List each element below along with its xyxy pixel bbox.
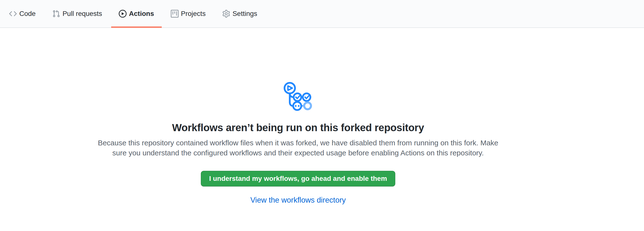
tab-label: Settings — [232, 10, 257, 17]
code-icon — [9, 10, 17, 18]
play-icon — [119, 10, 126, 18]
tab-actions[interactable]: Actions — [111, 0, 162, 28]
repo-tab-nav: Code Pull requests Actions Projects Sett… — [0, 0, 644, 28]
tab-label: Pull requests — [62, 10, 102, 17]
tab-label: Projects — [181, 10, 206, 17]
tab-label: Code — [19, 10, 36, 17]
pull-request-icon — [52, 10, 60, 18]
enable-workflows-button[interactable]: I understand my workflows, go ahead and … — [201, 171, 395, 186]
tab-pull-requests[interactable]: Pull requests — [45, 0, 110, 28]
gear-icon — [222, 10, 230, 18]
actions-disabled-blankslate: Workflows aren’t being run on this forke… — [0, 28, 596, 204]
tab-projects[interactable]: Projects — [163, 0, 213, 28]
tab-settings[interactable]: Settings — [215, 0, 265, 28]
workflow-graph-icon — [281, 81, 315, 113]
view-workflows-link[interactable]: View the workflows directory — [250, 196, 346, 204]
blankslate-heading: Workflows aren’t being run on this forke… — [172, 122, 424, 134]
tab-code[interactable]: Code — [2, 0, 43, 28]
tab-label: Actions — [129, 10, 154, 17]
blankslate-description: Because this repository contained workfl… — [98, 138, 498, 158]
project-icon — [171, 10, 178, 18]
